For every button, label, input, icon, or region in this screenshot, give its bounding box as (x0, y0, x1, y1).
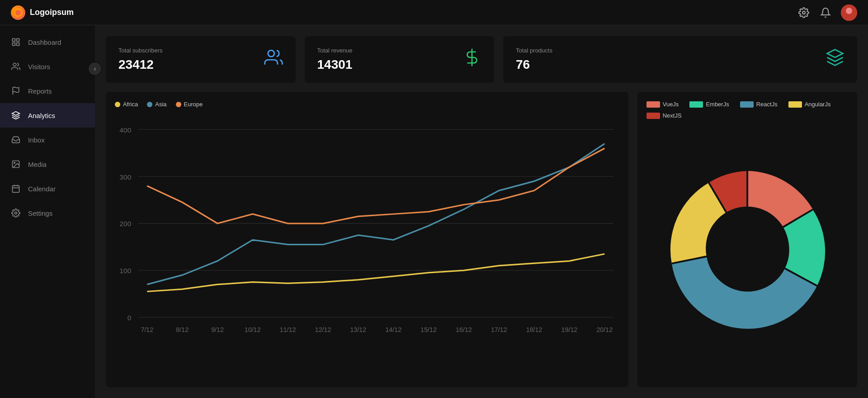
svg-text:8/12: 8/12 (176, 326, 189, 333)
emberjs-swatch (689, 101, 703, 108)
sidebar-label-dashboard: Dashboard (28, 38, 61, 46)
angularjs-label: AngularJs (805, 101, 831, 108)
svg-rect-6 (13, 39, 15, 42)
sidebar-item-dashboard[interactable]: Dashboard (0, 30, 95, 54)
products-icon (826, 48, 844, 71)
sidebar-label-analytics: Analytics (28, 112, 55, 119)
sidebar-item-visitors[interactable]: Visitors (0, 54, 95, 79)
line-chart-card: Africa Asia Europe 400 300 200 (106, 92, 628, 387)
sidebar-label-media: Media (28, 161, 47, 168)
svg-rect-8 (13, 43, 15, 46)
svg-text:20/12: 20/12 (596, 326, 613, 333)
svg-text:10/12: 10/12 (245, 326, 261, 333)
stat-info-products: Total products 76 (516, 47, 552, 72)
svg-text:13/12: 13/12 (350, 326, 367, 333)
legend-reactjs: ReactJs (740, 101, 778, 108)
logo-icon (11, 5, 25, 20)
logo-area: Logoipsum (11, 5, 74, 20)
line-chart-svg: 400 300 200 100 0 (115, 115, 619, 350)
sidebar: ‹ Dashboard Visitors (0, 25, 95, 398)
svg-point-19 (15, 212, 17, 214)
stat-label-products: Total products (516, 47, 552, 54)
svg-text:200: 200 (119, 220, 131, 227)
svg-point-47 (706, 207, 789, 290)
stat-info-subscribers: Total subscribers 23412 (118, 47, 163, 72)
svg-text:16/12: 16/12 (456, 326, 472, 333)
sidebar-label-calendar: Calendar (28, 185, 56, 193)
africa-dot (115, 102, 120, 107)
stat-card-subscribers: Total subscribers 23412 (106, 36, 296, 83)
header-actions (797, 5, 857, 21)
sidebar-item-inbox[interactable]: Inbox (0, 128, 95, 152)
avatar[interactable] (841, 5, 857, 21)
stats-row: Total subscribers 23412 Total revenue (106, 36, 857, 83)
stat-value-revenue: 14301 (317, 57, 353, 72)
stat-label-subscribers: Total subscribers (118, 47, 163, 54)
settings-icon[interactable] (797, 6, 810, 19)
subscribers-icon (264, 48, 283, 71)
svg-point-1 (15, 10, 21, 15)
inbox-icon (11, 135, 21, 145)
legend-nextjs: NextJS (646, 112, 682, 119)
angularjs-swatch (788, 101, 802, 108)
sidebar-label-reports: Reports (28, 87, 52, 95)
svg-text:9/12: 9/12 (211, 326, 224, 333)
logo-text: Logoipsum (30, 8, 74, 17)
sidebar-item-reports[interactable]: Reports (0, 79, 95, 103)
sidebar-label-settings: Settings (28, 209, 52, 217)
main-layout: ‹ Dashboard Visitors (0, 25, 868, 398)
stat-value-subscribers: 23412 (118, 57, 163, 72)
reactjs-swatch (740, 101, 754, 108)
svg-marker-22 (827, 50, 843, 58)
nextjs-label: NextJS (663, 112, 682, 119)
stat-value-products: 76 (516, 57, 552, 72)
header: Logoipsum (0, 0, 868, 25)
settings-nav-icon (11, 208, 21, 218)
stat-card-products: Total products 76 (503, 36, 857, 83)
sidebar-item-media[interactable]: Media (0, 152, 95, 176)
svg-point-10 (13, 63, 16, 66)
legend-asia: Asia (147, 101, 166, 108)
sidebar-item-calendar[interactable]: Calendar (0, 176, 95, 201)
notification-icon[interactable] (819, 6, 832, 19)
legend-angularjs: AngularJs (788, 101, 831, 108)
svg-text:0: 0 (127, 314, 132, 322)
svg-text:18/12: 18/12 (526, 326, 542, 333)
nextjs-swatch (646, 113, 660, 119)
svg-text:7/12: 7/12 (141, 326, 153, 333)
svg-text:15/12: 15/12 (420, 326, 437, 333)
vuejs-label: VueJs (663, 101, 679, 108)
svg-rect-9 (17, 43, 19, 46)
analytics-icon (11, 110, 21, 120)
sidebar-item-analytics[interactable]: Analytics (0, 103, 95, 128)
donut-chart-card: VueJs EmberJs ReactJs AngularJs (637, 92, 857, 387)
vuejs-swatch (646, 101, 660, 108)
europe-dot (176, 102, 181, 107)
donut-chart-legend: VueJs EmberJs ReactJs AngularJs (646, 101, 848, 119)
svg-text:300: 300 (119, 173, 131, 181)
svg-text:19/12: 19/12 (561, 326, 578, 333)
legend-africa: Africa (115, 101, 138, 108)
stat-label-revenue: Total revenue (317, 47, 353, 54)
svg-text:17/12: 17/12 (491, 326, 507, 333)
stat-info-revenue: Total revenue 14301 (317, 47, 353, 72)
svg-rect-7 (17, 39, 19, 42)
emberjs-label: EmberJs (706, 101, 729, 108)
africa-label: Africa (123, 101, 138, 108)
legend-europe: Europe (176, 101, 203, 108)
legend-vuejs: VueJs (646, 101, 679, 108)
sidebar-item-settings[interactable]: Settings (0, 201, 95, 225)
dashboard-icon (11, 37, 21, 47)
svg-rect-15 (13, 185, 19, 192)
svg-text:100: 100 (119, 267, 131, 275)
charts-row: Africa Asia Europe 400 300 200 (106, 92, 857, 387)
calendar-icon (11, 184, 21, 194)
svg-text:14/12: 14/12 (385, 326, 401, 333)
svg-text:11/12: 11/12 (280, 326, 296, 333)
reactjs-label: ReactJs (756, 101, 778, 108)
sidebar-collapse-button[interactable]: ‹ (88, 62, 102, 76)
asia-label: Asia (155, 101, 166, 108)
reports-icon (11, 86, 21, 96)
media-icon (11, 159, 21, 169)
svg-marker-12 (12, 112, 20, 115)
